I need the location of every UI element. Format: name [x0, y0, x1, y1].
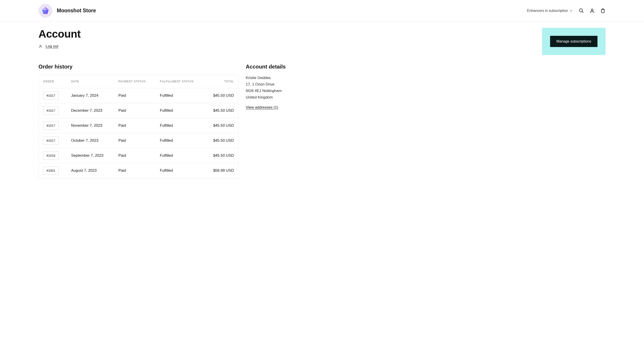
account-details-title: Account details [246, 64, 310, 70]
address-line-2: NG8 4EJ Nottingham [246, 88, 310, 94]
col-payment-status: PAYMENT STATUS [114, 75, 156, 88]
order-payment: Paid [114, 133, 156, 148]
crystal-icon [41, 7, 50, 15]
order-payment: Paid [114, 148, 156, 163]
order-date: September 7, 2023 [67, 148, 114, 163]
header-icons [579, 8, 606, 14]
order-payment: Paid [114, 163, 156, 178]
svg-line-6 [582, 12, 584, 13]
store-name[interactable]: Moonshot Store [57, 8, 96, 14]
svg-point-5 [580, 9, 582, 12]
table-row: #1017 October 7, 2023 Paid Fulfilled $45… [39, 133, 238, 148]
order-fulfillment: Fulfilled [156, 88, 204, 103]
order-badge[interactable]: #1017 [43, 91, 58, 100]
order-fulfillment: Fulfilled [156, 163, 204, 178]
table-row: #1017 January 7, 2024 Paid Fulfilled $45… [39, 88, 238, 103]
order-total: $45.50 USD [204, 103, 238, 118]
order-total: $45.50 USD [204, 118, 238, 133]
order-total: $45.50 USD [204, 88, 238, 103]
orders-table: ORDER DATE PAYMENT STATUS FULFILLMENT ST… [38, 75, 238, 178]
order-history-title: Order history [38, 64, 238, 70]
address-country: United Kingdom [246, 94, 310, 101]
header-left: Moonshot Store [38, 4, 96, 18]
nav-enhancers-dropdown[interactable]: Enhancers in subscription [527, 9, 572, 13]
address-line-1: 17, 1 Orion Drive [246, 81, 310, 88]
svg-point-8 [40, 45, 41, 46]
svg-point-7 [591, 9, 593, 11]
site-header: Moonshot Store Enhancers in subscription [0, 0, 644, 22]
customer-name: Kristie Geddes [246, 75, 310, 81]
cart-icon[interactable] [600, 8, 606, 14]
order-date: August 7, 2023 [67, 163, 114, 178]
manage-subscriptions-button[interactable]: Manage subscriptions [550, 36, 598, 47]
order-badge[interactable]: #1016 [43, 151, 58, 160]
order-badge[interactable]: #1017 [43, 106, 58, 115]
account-icon[interactable] [590, 8, 595, 14]
order-badge[interactable]: #1001 [43, 166, 58, 175]
col-fulfillment-status: FULFILLMENT STATUS [156, 75, 204, 88]
order-date: January 7, 2024 [67, 88, 114, 103]
order-fulfillment: Fulfilled [156, 118, 204, 133]
order-fulfillment: Fulfilled [156, 133, 204, 148]
order-history-section: Order history ORDER DATE PAYMENT STATUS … [38, 64, 238, 178]
order-total: $45.50 USD [204, 133, 238, 148]
account-details-section: Account details Kristie Geddes 17, 1 Ori… [246, 64, 310, 178]
col-total: TOTAL [204, 75, 238, 88]
main-content: Account Log out Manage subscriptions Ord… [0, 22, 644, 187]
orders-tbody: #1017 January 7, 2024 Paid Fulfilled $45… [39, 88, 238, 178]
logout-button[interactable]: Log out [46, 44, 58, 49]
top-section: Account Log out Manage subscriptions [38, 28, 606, 55]
order-payment: Paid [114, 88, 156, 103]
view-addresses-link[interactable]: View addresses (1) [246, 105, 278, 110]
person-icon [38, 44, 42, 48]
table-row: #1017 November 7, 2023 Paid Fulfilled $4… [39, 118, 238, 133]
account-header: Account Log out [38, 28, 81, 49]
order-payment: Paid [114, 103, 156, 118]
order-date: November 7, 2023 [67, 118, 114, 133]
table-row: #1001 August 7, 2023 Paid Fulfilled $58.… [39, 163, 238, 178]
subscription-callout: Manage subscriptions [542, 28, 606, 55]
store-logo[interactable] [38, 4, 52, 18]
table-row: #1016 September 7, 2023 Paid Fulfilled $… [39, 148, 238, 163]
order-date: October 7, 2023 [67, 133, 114, 148]
order-fulfillment: Fulfilled [156, 148, 204, 163]
order-badge[interactable]: #1017 [43, 121, 58, 130]
order-fulfillment: Fulfilled [156, 103, 204, 118]
table-header-row: ORDER DATE PAYMENT STATUS FULFILLMENT ST… [39, 75, 238, 88]
page-title: Account [38, 28, 81, 40]
table-row: #1017 December 7, 2023 Paid Fulfilled $4… [39, 103, 238, 118]
content-row: Order history ORDER DATE PAYMENT STATUS … [38, 64, 606, 178]
search-icon[interactable] [579, 8, 584, 14]
col-order: ORDER [39, 75, 67, 88]
order-total: $45.50 USD [204, 148, 238, 163]
logout-link: Log out [38, 44, 81, 49]
order-total: $58.99 USD [204, 163, 238, 178]
order-date: December 7, 2023 [67, 103, 114, 118]
chevron-down-icon [570, 10, 572, 12]
order-badge[interactable]: #1017 [43, 136, 58, 145]
header-right: Enhancers in subscription [527, 8, 606, 14]
order-payment: Paid [114, 118, 156, 133]
nav-link-label: Enhancers in subscription [527, 9, 568, 13]
col-date: DATE [67, 75, 114, 88]
